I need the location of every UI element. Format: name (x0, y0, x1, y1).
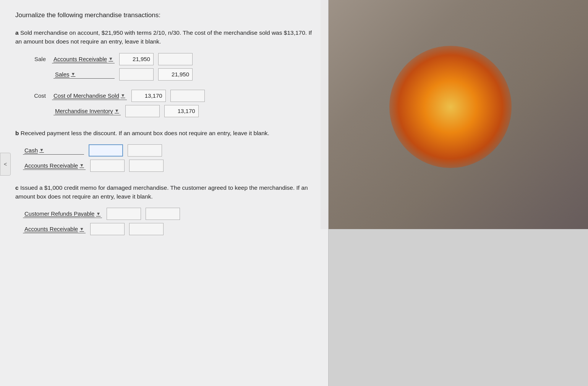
b-ar-credit-row: Accounts Receivable ▼ (23, 160, 313, 172)
c-ar-chevron: ▼ (79, 226, 84, 232)
section-c-description: c Issued a $1,000 credit memo for damage… (15, 183, 313, 201)
cost-debit-chevron: ▼ (121, 93, 125, 98)
section-a-journal: Sale Accounts Receivable ▼ 21,950 Sales … (23, 53, 313, 117)
c-ar-credit-debit-empty[interactable] (90, 223, 125, 235)
cost-debit-amount[interactable]: 13,170 (131, 90, 166, 102)
c-ar-account-name: Accounts Receivable (24, 226, 78, 232)
cash-debit-row: Cash ▼ (23, 144, 313, 157)
section-b: b Received payment less the discount. If… (15, 129, 313, 172)
b-ar-account-dropdown[interactable]: Accounts Receivable ▼ (23, 162, 86, 170)
collapse-panel-button[interactable] (0, 153, 11, 176)
cost-debit-row: Cost Cost of Merchandise Sold ▼ 13,170 (23, 90, 313, 102)
section-b-label: b (15, 130, 19, 136)
crp-chevron: ▼ (96, 211, 100, 216)
cost-credit-account-dropdown[interactable]: Merchandise Inventory ▼ (53, 107, 121, 115)
cash-debit-credit-empty[interactable] (128, 144, 162, 157)
sale-credit-debit-empty[interactable] (119, 68, 154, 81)
section-a: a Sold merchandise on account, $21,950 w… (15, 28, 313, 117)
c-ar-account-dropdown[interactable]: Accounts Receivable ▼ (23, 225, 86, 233)
cost-debit-account-dropdown[interactable]: Cost of Merchandise Sold ▼ (52, 92, 127, 100)
sale-credit-amount[interactable]: 21,950 (158, 68, 193, 81)
section-b-description: b Received payment less the discount. If… (15, 129, 313, 137)
sale-debit-credit-empty[interactable] (158, 53, 193, 65)
section-c-journal: Customer Refunds Payable ▼ Accounts Rece… (23, 208, 313, 235)
b-ar-chevron: ▼ (79, 163, 84, 168)
sale-debit-row: Sale Accounts Receivable ▼ 21,950 (23, 53, 313, 65)
crp-debit-amount[interactable] (107, 208, 141, 220)
cash-debit-amount[interactable] (89, 144, 123, 157)
section-b-journal: Cash ▼ Accounts Receivable ▼ (23, 144, 313, 172)
sale-debit-chevron: ▼ (109, 56, 113, 61)
sale-credit-row: Sales ▼ 21,950 (53, 68, 313, 81)
crp-account-name: Customer Refunds Payable (24, 210, 94, 217)
background-photo (321, 0, 588, 229)
cost-debit-account-name: Cost of Merchandise Sold (53, 92, 119, 99)
cash-account-name: Cash (24, 147, 38, 153)
cost-credit-row: Merchandise Inventory ▼ 13,170 (53, 105, 313, 117)
crp-debit-credit-empty[interactable] (146, 208, 180, 220)
sale-credit-account-name: Sales (55, 71, 70, 78)
content-panel: Journalize the following merchandise tra… (0, 0, 329, 386)
crp-account-dropdown[interactable]: Customer Refunds Payable ▼ (23, 210, 102, 218)
b-ar-credit-debit-empty[interactable] (90, 160, 125, 172)
b-ar-credit-amount[interactable] (129, 160, 164, 172)
cost-credit-account-name: Merchandise Inventory (55, 108, 113, 114)
sale-credit-account-dropdown[interactable]: Sales ▼ (53, 70, 115, 79)
section-c: c Issued a $1,000 credit memo for damage… (15, 183, 313, 236)
c-ar-credit-amount[interactable] (129, 223, 164, 235)
crp-debit-row: Customer Refunds Payable ▼ (23, 208, 313, 220)
cost-debit-credit-empty[interactable] (170, 90, 205, 102)
section-c-label: c (15, 184, 19, 191)
cost-label: Cost (23, 92, 46, 99)
sale-label: Sale (23, 56, 46, 62)
b-ar-account-name: Accounts Receivable (24, 162, 78, 169)
cash-chevron: ▼ (39, 147, 44, 153)
cost-credit-chevron: ▼ (115, 108, 119, 113)
c-ar-credit-row: Accounts Receivable ▼ (23, 223, 313, 235)
sale-credit-chevron: ▼ (71, 71, 76, 77)
page-title: Journalize the following merchandise tra… (15, 11, 313, 19)
sale-debit-amount[interactable]: 21,950 (119, 53, 154, 65)
section-a-label: a (15, 29, 19, 36)
page-container: Journalize the following merchandise tra… (0, 0, 588, 386)
sale-debit-account-dropdown[interactable]: Accounts Receivable ▼ (52, 55, 115, 63)
cost-credit-debit-empty[interactable] (125, 105, 160, 117)
cost-credit-amount[interactable]: 13,170 (164, 105, 199, 117)
cash-account-dropdown[interactable]: Cash ▼ (23, 146, 84, 155)
section-a-description: a Sold merchandise on account, $21,950 w… (15, 28, 313, 46)
sale-debit-account-name: Accounts Receivable (53, 56, 107, 62)
